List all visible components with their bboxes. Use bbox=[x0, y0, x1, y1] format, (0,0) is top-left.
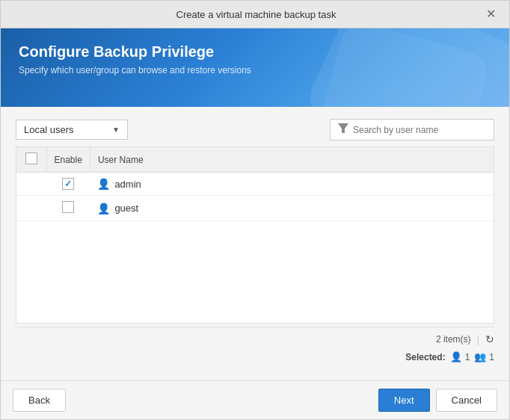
select-all-checkbox[interactable] bbox=[25, 152, 37, 164]
user-type-dropdown[interactable]: Local users ▼ bbox=[16, 120, 128, 140]
action-buttons: Next Cancel bbox=[378, 389, 497, 412]
single-user-selected: 👤 1 bbox=[450, 351, 470, 362]
toolbar: Local users ▼ bbox=[16, 119, 494, 140]
single-user-count: 1 bbox=[465, 352, 470, 362]
username-label: guest bbox=[114, 203, 138, 214]
row-spacer bbox=[16, 173, 46, 196]
group-user-selected: 👥 1 bbox=[474, 351, 494, 362]
user-icon: 👤 bbox=[97, 178, 110, 190]
dropdown-label: Local users bbox=[24, 124, 73, 135]
select-all-header[interactable] bbox=[16, 147, 46, 173]
bottom-bar: Back Next Cancel bbox=[1, 380, 509, 419]
dialog-title: Create a virtual machine backup task bbox=[28, 9, 485, 20]
refresh-button[interactable]: ↻ bbox=[485, 333, 494, 345]
group-user-count: 1 bbox=[489, 352, 494, 362]
enable-column-header: Enable bbox=[46, 147, 90, 173]
content-area: Local users ▼ bbox=[1, 107, 509, 380]
table-row: 👤admin bbox=[16, 173, 494, 196]
footer-info: 2 item(s) | ↻ bbox=[16, 327, 494, 348]
user-icon: 👤 bbox=[97, 203, 110, 214]
selected-label: Selected: bbox=[405, 352, 445, 362]
close-button[interactable]: ✕ bbox=[485, 8, 497, 20]
row-checkbox-cell[interactable] bbox=[46, 196, 90, 221]
selected-info: Selected: 👤 1 👥 1 bbox=[16, 348, 494, 368]
filter-icon bbox=[338, 123, 348, 136]
search-box bbox=[330, 119, 494, 140]
next-button[interactable]: Next bbox=[378, 389, 430, 412]
header-banner: Configure Backup Privilege Specify which… bbox=[1, 28, 509, 107]
single-user-icon: 👤 bbox=[450, 351, 462, 362]
row-username-cell: 👤guest bbox=[90, 196, 494, 221]
username-column-header: User Name bbox=[90, 147, 494, 173]
username-label: admin bbox=[114, 179, 141, 190]
user-table: Enable User Name 👤admin👤guest bbox=[16, 146, 494, 324]
header-title: Configure Backup Privilege bbox=[19, 43, 491, 61]
item-count: 2 item(s) bbox=[436, 334, 471, 345]
dialog: Create a virtual machine backup task ✕ C… bbox=[0, 0, 510, 420]
title-bar: Create a virtual machine backup task ✕ bbox=[1, 1, 509, 28]
row-spacer bbox=[16, 196, 46, 221]
chevron-down-icon: ▼ bbox=[112, 126, 120, 134]
row-checkbox[interactable] bbox=[62, 178, 74, 190]
table-row: 👤guest bbox=[16, 196, 494, 221]
table-header-row: Enable User Name bbox=[16, 147, 494, 173]
row-username-cell: 👤admin bbox=[90, 173, 494, 196]
search-input[interactable] bbox=[353, 125, 486, 135]
group-user-icon: 👥 bbox=[474, 351, 486, 362]
row-checkbox-cell[interactable] bbox=[46, 173, 90, 196]
header-subtitle: Specify which user/group can browse and … bbox=[19, 65, 491, 75]
row-checkbox[interactable] bbox=[62, 201, 74, 213]
back-button[interactable]: Back bbox=[13, 389, 66, 412]
cancel-button[interactable]: Cancel bbox=[436, 389, 497, 412]
svg-marker-0 bbox=[338, 123, 348, 133]
